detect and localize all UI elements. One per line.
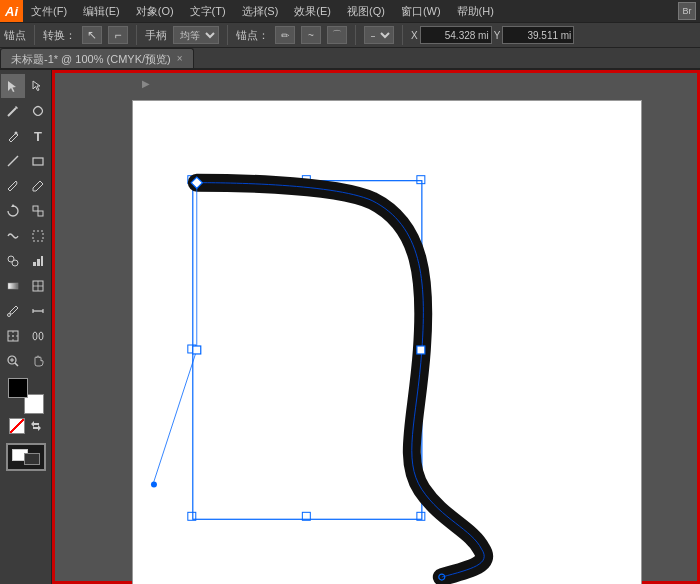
magic-wand-tool[interactable] bbox=[1, 99, 25, 123]
svg-point-20 bbox=[8, 314, 11, 317]
menu-view[interactable]: 视图(Q) bbox=[339, 0, 393, 22]
tab-bar: 未标题-1* @ 100% (CMYK/预览) × bbox=[0, 48, 700, 70]
tool-row-10 bbox=[0, 299, 51, 323]
menu-window[interactable]: 窗口(W) bbox=[393, 0, 449, 22]
svg-rect-10 bbox=[33, 231, 43, 241]
corner-anchor-btn[interactable]: ⌒ bbox=[327, 26, 347, 44]
free-transform-tool[interactable] bbox=[26, 224, 50, 248]
ruler-area: ▶ bbox=[142, 78, 150, 89]
tool-row-1 bbox=[0, 74, 51, 98]
measure-tool[interactable] bbox=[26, 299, 50, 323]
none-swatch[interactable] bbox=[9, 418, 25, 434]
svg-rect-6 bbox=[33, 158, 43, 165]
toolbar: T bbox=[0, 70, 52, 584]
color-swatch-area bbox=[0, 378, 51, 438]
y-label: Y bbox=[494, 30, 501, 41]
mesh-tool[interactable] bbox=[26, 274, 50, 298]
ruler-label: ▶ bbox=[142, 78, 150, 89]
svg-rect-46 bbox=[193, 346, 201, 354]
menu-select[interactable]: 选择(S) bbox=[234, 0, 287, 22]
corner-tool-btn[interactable]: ⌐ bbox=[108, 26, 128, 44]
menu-file[interactable]: 文件(F) bbox=[23, 0, 75, 22]
zoom-tool[interactable] bbox=[1, 349, 25, 373]
handle-label: 手柄 bbox=[145, 28, 167, 43]
screen-mode-btn[interactable] bbox=[6, 443, 46, 471]
menu-effect[interactable]: 效果(E) bbox=[286, 0, 339, 22]
selection-tool[interactable] bbox=[1, 74, 25, 98]
menu-text[interactable]: 文字(T) bbox=[182, 0, 234, 22]
color-swatches bbox=[8, 378, 44, 414]
svg-line-2 bbox=[8, 108, 16, 116]
gradient-tool[interactable] bbox=[1, 274, 25, 298]
line-tool[interactable] bbox=[1, 149, 25, 173]
tab-close-btn[interactable]: × bbox=[177, 49, 183, 69]
menu-bar: Ai 文件(F) 编辑(E) 对象(O) 文字(T) 选择(S) 效果(E) 视… bbox=[0, 0, 700, 22]
rect-tool[interactable] bbox=[26, 149, 50, 173]
pencil-tool[interactable] bbox=[26, 174, 50, 198]
divider-3 bbox=[227, 25, 228, 45]
tool-row-4 bbox=[0, 149, 51, 173]
swatch-controls bbox=[9, 418, 43, 434]
svg-rect-8 bbox=[33, 206, 38, 211]
svg-rect-14 bbox=[37, 259, 40, 266]
paintbrush-tool[interactable] bbox=[1, 174, 25, 198]
svg-point-47 bbox=[151, 481, 157, 487]
divider-2 bbox=[136, 25, 137, 45]
tool-row-5 bbox=[0, 174, 51, 198]
divider-4 bbox=[355, 25, 356, 45]
tool-row-2 bbox=[0, 99, 51, 123]
bridge-icon[interactable]: Br bbox=[678, 2, 696, 20]
hand-tool[interactable] bbox=[26, 349, 50, 373]
tool-row-9 bbox=[0, 274, 51, 298]
menu-object[interactable]: 对象(O) bbox=[128, 0, 182, 22]
direct-selection-tool[interactable] bbox=[26, 74, 50, 98]
divider-5 bbox=[402, 25, 403, 45]
constraint-select[interactable]: — bbox=[364, 26, 394, 44]
shape-builder-tool[interactable] bbox=[1, 249, 25, 273]
svg-point-28 bbox=[39, 332, 43, 340]
main-layout: T bbox=[0, 70, 700, 584]
svg-rect-13 bbox=[33, 262, 36, 266]
arrow-tool-btn[interactable]: ↖ bbox=[82, 26, 102, 44]
document-tab[interactable]: 未标题-1* @ 100% (CMYK/预览) × bbox=[0, 48, 194, 68]
swap-colors-icon[interactable] bbox=[29, 419, 43, 433]
rotate-tool[interactable] bbox=[1, 199, 25, 223]
menu-edit[interactable]: 编辑(E) bbox=[75, 0, 128, 22]
lasso-tool[interactable] bbox=[26, 99, 50, 123]
handle-select[interactable]: 均等 bbox=[173, 26, 219, 44]
pen-tool-btn[interactable]: ✏ bbox=[275, 26, 295, 44]
svg-point-4 bbox=[15, 132, 18, 135]
x-input[interactable] bbox=[420, 26, 492, 44]
transform-label: 转换： bbox=[43, 28, 76, 43]
svg-marker-7 bbox=[11, 204, 15, 207]
drawing-svg bbox=[133, 101, 641, 584]
tool-row-12 bbox=[0, 349, 51, 373]
menu-items: 文件(F) 编辑(E) 对象(O) 文字(T) 选择(S) 效果(E) 视图(Q… bbox=[23, 0, 502, 22]
svg-line-43 bbox=[153, 350, 197, 484]
smooth-tool-btn[interactable]: ~ bbox=[301, 26, 321, 44]
pen-tool[interactable] bbox=[1, 124, 25, 148]
tab-title: 未标题-1* @ 100% (CMYK/预览) bbox=[11, 49, 171, 69]
menu-help[interactable]: 帮助(H) bbox=[449, 0, 502, 22]
chart-tool[interactable] bbox=[26, 249, 50, 273]
eyedropper-tool[interactable] bbox=[1, 299, 25, 323]
anchorpoint-label: 锚点： bbox=[236, 28, 269, 43]
type-tool[interactable]: T bbox=[26, 124, 50, 148]
svg-line-30 bbox=[15, 363, 18, 366]
screen-mode-area bbox=[6, 443, 46, 471]
divider-1 bbox=[34, 25, 35, 45]
tool-row-11 bbox=[0, 324, 51, 348]
svg-rect-9 bbox=[38, 211, 43, 216]
warp-tool[interactable] bbox=[1, 224, 25, 248]
slice-tool[interactable] bbox=[1, 324, 25, 348]
svg-rect-16 bbox=[8, 283, 18, 289]
canvas-area: ▶ bbox=[52, 70, 700, 584]
options-bar: 锚点 转换： ↖ ⌐ 手柄 均等 锚点： ✏ ~ ⌒ — X Y bbox=[0, 22, 700, 48]
blend-tool[interactable] bbox=[26, 324, 50, 348]
tool-row-8 bbox=[0, 249, 51, 273]
svg-point-27 bbox=[33, 332, 37, 340]
y-input[interactable] bbox=[502, 26, 574, 44]
scale-tool[interactable] bbox=[26, 199, 50, 223]
fg-color-swatch[interactable] bbox=[8, 378, 28, 398]
svg-rect-33 bbox=[193, 181, 422, 520]
